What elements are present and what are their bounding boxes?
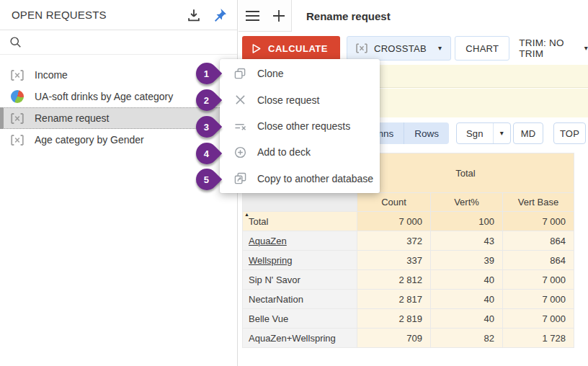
top-button[interactable]: TOP bbox=[553, 122, 586, 144]
sidebar-header: OPEN REQUESTS bbox=[0, 0, 237, 30]
cell-vert-pct: 82 bbox=[431, 329, 503, 348]
sidebar-title: OPEN REQUESTS bbox=[12, 9, 177, 21]
rows-toggle-button[interactable]: Rows bbox=[404, 122, 449, 144]
crosstab-view-button[interactable]: CROSSTAB ▾ bbox=[347, 36, 451, 61]
app-window: OPEN REQUESTS bbox=[0, 0, 588, 366]
column-header-vert-pct[interactable]: Vert% bbox=[431, 193, 503, 212]
chart-view-button[interactable]: CHART bbox=[455, 36, 509, 61]
cell-count: 337 bbox=[357, 251, 431, 270]
pin-icon bbox=[212, 7, 228, 23]
cell-vert-base: 864 bbox=[503, 251, 574, 270]
request-context-menu: Clone Close request Close other requests bbox=[220, 59, 380, 193]
request-item-label: UA-soft drinks by Age category bbox=[35, 91, 173, 102]
table-column-header-row: Count Vert% Vert Base bbox=[243, 193, 574, 212]
chevron-down-icon: ▾ bbox=[438, 45, 442, 52]
table-row: Sip N' Savor 2 812 40 7 000 bbox=[243, 270, 574, 290]
trim-dropdown[interactable]: TRIM: NO TRIM ▾ bbox=[519, 37, 588, 59]
download-icon bbox=[186, 7, 202, 23]
chevron-down-icon: ▾ bbox=[494, 130, 510, 137]
pin-button[interactable] bbox=[211, 6, 228, 24]
cell-vert-base: 1 728 bbox=[503, 329, 574, 348]
pie-chart-icon bbox=[10, 90, 24, 103]
request-item-label: Rename request bbox=[35, 112, 110, 124]
table-corner-cell bbox=[243, 193, 357, 212]
menu-item-clone[interactable]: Clone bbox=[220, 61, 380, 86]
cell-vert-base: 7 000 bbox=[503, 309, 574, 329]
menu-item-close-other-requests[interactable]: Close other requests bbox=[220, 113, 380, 139]
cell-vert-pct: 40 bbox=[431, 290, 503, 309]
cell-vert-base: 7 000 bbox=[503, 212, 574, 231]
md-button[interactable]: MD bbox=[513, 122, 543, 144]
column-group-header[interactable]: Total bbox=[357, 153, 574, 193]
column-header-vert-base[interactable]: Vert Base bbox=[503, 193, 574, 212]
row-label[interactable]: Sip N' Savor bbox=[243, 270, 357, 290]
cell-vert-pct: 39 bbox=[431, 251, 503, 270]
cell-vert-base: 864 bbox=[503, 231, 574, 251]
row-label[interactable]: AquaZen bbox=[243, 231, 357, 251]
row-label[interactable]: NectarNation bbox=[243, 290, 357, 309]
menu-item-copy-to-another-database[interactable]: Copy to another database bbox=[220, 166, 380, 192]
table-row: Belle Vue 2 819 40 7 000 bbox=[243, 309, 574, 329]
crosstab-icon bbox=[10, 135, 24, 146]
page-title: Rename request bbox=[306, 0, 391, 32]
table-row: Wellspring 337 39 864 bbox=[243, 251, 574, 270]
calculate-button[interactable]: CALCULATE bbox=[242, 36, 340, 61]
cell-count: 2 812 bbox=[357, 270, 431, 290]
search-icon bbox=[9, 36, 22, 48]
cell-vert-base: 7 000 bbox=[503, 270, 574, 290]
crosstab-icon bbox=[10, 113, 24, 124]
table-row: NectarNation 2 817 40 7 000 bbox=[243, 290, 574, 309]
menu-item-close-request[interactable]: Close request bbox=[220, 86, 380, 112]
clone-icon bbox=[233, 68, 246, 80]
column-header-count[interactable]: Count bbox=[357, 193, 431, 212]
row-label[interactable]: ▲Total bbox=[243, 212, 357, 231]
crosstab-icon bbox=[10, 70, 24, 81]
request-item-label: Age category by Gender bbox=[35, 134, 144, 146]
close-others-icon bbox=[233, 121, 246, 132]
cell-count: 709 bbox=[357, 329, 431, 348]
table-row: AquaZen+Wellspring 709 82 1 728 bbox=[243, 329, 574, 348]
close-icon bbox=[233, 94, 246, 105]
cell-count: 2 819 bbox=[357, 309, 431, 329]
cell-count: 372 bbox=[357, 231, 431, 251]
request-item-label: Income bbox=[35, 69, 68, 81]
download-button[interactable] bbox=[185, 6, 202, 24]
sort-indicator-icon: ▲ bbox=[244, 212, 249, 217]
sidebar-search bbox=[0, 30, 237, 55]
new-request-button[interactable] bbox=[272, 9, 285, 22]
cell-vert-pct: 43 bbox=[431, 231, 503, 251]
search-input[interactable] bbox=[29, 34, 237, 51]
copy-arrow-icon bbox=[233, 172, 246, 184]
cell-vert-base: 7 000 bbox=[503, 290, 574, 309]
row-label[interactable]: AquaZen+Wellspring bbox=[243, 329, 357, 348]
table-row: AquaZen 372 43 864 bbox=[243, 231, 574, 251]
menu-item-add-to-deck[interactable]: Add to deck bbox=[220, 139, 380, 165]
row-label[interactable]: Belle Vue bbox=[243, 309, 357, 329]
cell-count: 2 817 bbox=[357, 290, 431, 309]
sgn-dropdown-button[interactable]: Sgn ▾ bbox=[456, 122, 511, 144]
cell-vert-pct: 100 bbox=[431, 212, 503, 231]
cell-count: 7 000 bbox=[357, 212, 431, 231]
chevron-down-icon: ▾ bbox=[584, 45, 588, 52]
panel-corner-toolbar bbox=[239, 0, 292, 32]
crosstab-icon bbox=[356, 43, 368, 53]
row-label[interactable]: Wellspring bbox=[243, 251, 357, 270]
cell-vert-pct: 40 bbox=[431, 270, 503, 290]
play-icon bbox=[251, 43, 262, 54]
cell-vert-pct: 40 bbox=[431, 309, 503, 329]
table-row-total: ▲Total 7 000 100 7 000 bbox=[243, 212, 574, 231]
add-circle-icon bbox=[233, 146, 246, 159]
hamburger-menu-button[interactable] bbox=[245, 10, 260, 22]
